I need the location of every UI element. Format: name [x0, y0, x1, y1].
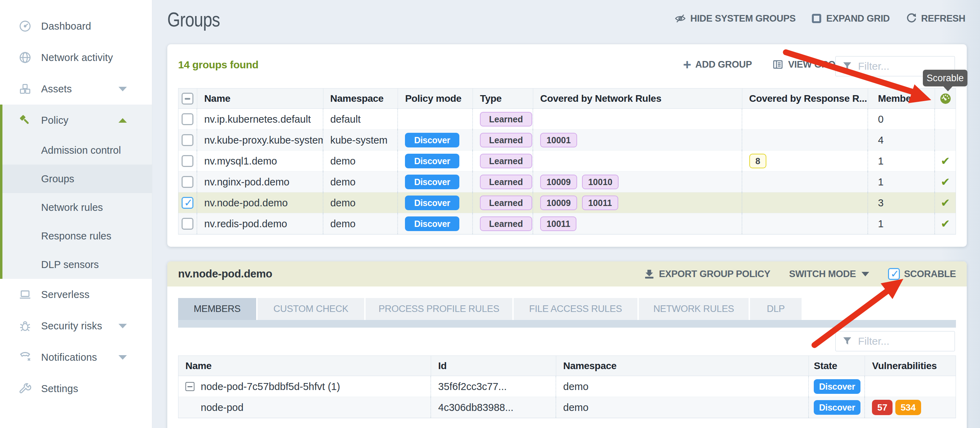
- group-row[interactable]: nv.ip.kubernetes.default default Learned…: [178, 109, 956, 130]
- network-rule-badge: 10001: [540, 133, 577, 148]
- sidebar: Dashboard Network activity Assets: [0, 0, 152, 428]
- collapse-row-icon[interactable]: [185, 382, 194, 391]
- group-detail-actions: EXPORT GROUP POLICY SWITCH MODE SCORABLE: [644, 268, 956, 280]
- state-badge: Discover: [814, 379, 860, 394]
- tab-members[interactable]: MEMBERS: [178, 298, 256, 320]
- column-header-members[interactable]: Members: [868, 89, 935, 108]
- group-row[interactable]: nv.kube-proxy.kube-system kube-system Di…: [178, 130, 956, 151]
- expand-grid-icon: [811, 13, 822, 24]
- column-header-network-rules[interactable]: Covered by Network Rules: [533, 89, 742, 108]
- sidebar-item-response-rules[interactable]: Response rules: [0, 222, 152, 250]
- policy-mode-badge[interactable]: Discover: [405, 154, 459, 168]
- tab-custom-check[interactable]: CUSTOM CHECK: [258, 298, 364, 320]
- tab-file-access-rules[interactable]: FILE ACCESS RULES: [514, 298, 637, 320]
- row-checkbox[interactable]: [181, 176, 193, 188]
- row-checkbox[interactable]: [181, 155, 193, 167]
- group-detail-title: nv.node-pod.demo: [178, 268, 272, 280]
- column-header-scorable[interactable]: [935, 89, 956, 108]
- add-group-button[interactable]: + ADD GROUP: [683, 59, 752, 70]
- group-row[interactable]: nv.redis-pod.demo demo Discover Learned …: [178, 213, 956, 234]
- sidebar-item-label: Network activity: [41, 52, 113, 64]
- tab-network-rules[interactable]: NETWORK RULES: [639, 298, 749, 320]
- state-badge: Discover: [814, 400, 860, 415]
- network-rule-badge: 10010: [582, 175, 619, 189]
- vulnerability-badge-medium[interactable]: 534: [895, 400, 921, 415]
- neuvector-groups-page: Dashboard Network activity Assets: [0, 0, 980, 428]
- wrench-icon: [18, 382, 33, 396]
- sidebar-item-notifications[interactable]: Notifications: [0, 342, 152, 373]
- policy-mode-badge[interactable]: Discover: [405, 175, 459, 189]
- response-rule-badge: 8: [749, 154, 767, 168]
- phone-icon: [18, 350, 33, 364]
- tab-dlp[interactable]: DLP: [750, 298, 802, 320]
- sidebar-item-assets[interactable]: Assets: [0, 73, 152, 105]
- sidebar-item-policy[interactable]: Policy: [0, 105, 152, 136]
- bug-icon: [18, 319, 33, 333]
- export-group-policy-button[interactable]: EXPORT GROUP POLICY: [644, 268, 770, 280]
- column-header-vulnerabilities[interactable]: Vulnerabilities: [865, 356, 956, 376]
- sidebar-item-security-risks[interactable]: Security risks: [0, 310, 152, 342]
- switch-mode-button[interactable]: SWITCH MODE: [789, 269, 869, 280]
- sidebar-item-admission-control[interactable]: Admission control: [0, 136, 152, 164]
- scorable-toggle[interactable]: SCORABLE: [888, 268, 956, 280]
- select-all-checkbox[interactable]: [181, 93, 193, 105]
- group-detail-header: nv.node-pod.demo EXPORT GROUP POLICY SWI…: [167, 261, 967, 286]
- group-row[interactable]: nv.mysql1.demo demo Discover Learned 8 1: [178, 151, 956, 172]
- sidebar-item-settings[interactable]: Settings: [0, 373, 152, 404]
- sidebar-item-label: Serverless: [41, 289, 89, 301]
- caret-down-icon: [862, 272, 869, 276]
- tab-process-profile-rules[interactable]: PROCESS PROFILE RULES: [366, 298, 512, 320]
- group-row[interactable]: nv.nginx-pod.demo demo Discover Learned …: [178, 172, 956, 193]
- sidebar-item-network-rules[interactable]: Network rules: [0, 193, 152, 222]
- refresh-icon: [905, 13, 917, 24]
- hide-system-groups-button[interactable]: HIDE SYSTEM GROUPS: [675, 13, 795, 24]
- network-rule-badge: 10011: [582, 196, 618, 210]
- group-row-selected[interactable]: nv.node-pod.demo demo Discover Learned 1…: [178, 193, 956, 213]
- page-title: Groups: [167, 8, 220, 31]
- chevron-down-icon: [118, 355, 127, 360]
- policy-mode-badge[interactable]: Discover: [405, 216, 459, 231]
- sidebar-item-dlp-sensors[interactable]: DLP sensors: [0, 250, 152, 279]
- type-badge: Learned: [480, 196, 532, 210]
- row-checkbox[interactable]: [181, 134, 193, 146]
- members-filter-input[interactable]: [858, 335, 938, 347]
- groups-panel: 14 groups found + ADD GROUP VIEW GROUP: [167, 44, 967, 247]
- column-header-type[interactable]: Type: [473, 89, 533, 108]
- sidebar-item-dashboard[interactable]: Dashboard: [0, 10, 152, 42]
- vulnerability-badge-high[interactable]: 57: [872, 400, 892, 415]
- column-header-policy-mode[interactable]: Policy mode: [398, 89, 473, 108]
- dashboard-icon: [18, 19, 33, 33]
- column-header-member-name[interactable]: Name: [178, 356, 431, 376]
- column-header-member-namespace[interactable]: Namespace: [556, 356, 809, 376]
- column-header-response-rules[interactable]: Covered by Response R...: [742, 89, 869, 108]
- column-header-member-id[interactable]: Id: [431, 356, 556, 376]
- policy-mode-badge[interactable]: Discover: [405, 196, 459, 210]
- members-filter: [835, 331, 955, 351]
- type-badge: Learned: [480, 133, 532, 148]
- view-group-icon: [772, 59, 784, 70]
- member-row[interactable]: node-pod-7c57bdbf5d-5hfvt (1) 35f6f2cc3c…: [178, 376, 956, 397]
- members-table-body: node-pod-7c57bdbf5d-5hfvt (1) 35f6f2cc3c…: [178, 376, 956, 418]
- policy-mode-badge[interactable]: Discover: [405, 133, 459, 148]
- row-checkbox[interactable]: [181, 218, 193, 230]
- column-header-name[interactable]: Name: [197, 89, 323, 108]
- group-detail-panel: nv.node-pod.demo EXPORT GROUP POLICY SWI…: [167, 261, 967, 428]
- sidebar-item-serverless[interactable]: Serverless: [0, 279, 152, 310]
- sidebar-item-groups[interactable]: Groups: [0, 164, 152, 193]
- column-header-member-state[interactable]: State: [809, 356, 865, 376]
- groups-table: Name Namespace Policy mode Type Covered …: [178, 88, 956, 235]
- eye-off-icon: [675, 13, 686, 24]
- sidebar-item-network-activity[interactable]: Network activity: [0, 42, 152, 73]
- row-checkbox-checked[interactable]: [181, 197, 193, 209]
- type-badge: Learned: [480, 112, 532, 127]
- groups-actions: + ADD GROUP VIEW GROUP: [683, 59, 848, 70]
- refresh-button[interactable]: REFRESH: [905, 13, 966, 24]
- scorable-check-icon: [940, 217, 950, 231]
- expand-grid-button[interactable]: EXPAND GRID: [811, 13, 890, 24]
- row-checkbox[interactable]: [181, 113, 193, 125]
- network-rule-badge: 10009: [540, 175, 577, 189]
- member-row[interactable]: node-pod 4c306db83988... demo Discover 5…: [178, 397, 956, 418]
- column-header-namespace[interactable]: Namespace: [323, 89, 398, 108]
- sidebar-item-label: Security risks: [41, 320, 102, 332]
- scorable-checkbox[interactable]: [888, 268, 900, 280]
